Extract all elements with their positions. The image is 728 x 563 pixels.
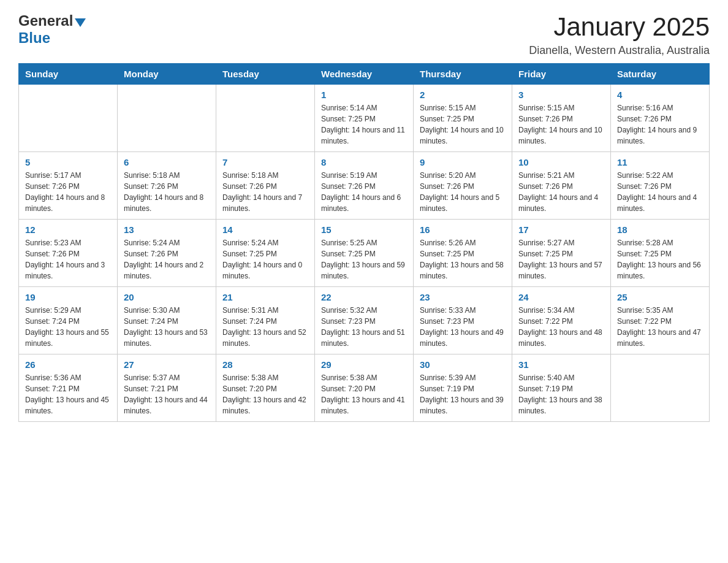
day-number: 4	[617, 90, 703, 100]
day-number: 10	[518, 157, 604, 167]
day-info: Sunrise: 5:33 AMSunset: 7:23 PMDaylight:…	[420, 305, 506, 349]
day-info: Sunrise: 5:22 AMSunset: 7:26 PMDaylight:…	[617, 170, 703, 214]
day-number: 31	[518, 359, 604, 370]
day-number: 19	[25, 292, 111, 302]
calendar-cell: 8Sunrise: 5:19 AMSunset: 7:26 PMDaylight…	[315, 152, 414, 220]
day-info: Sunrise: 5:31 AMSunset: 7:24 PMDaylight:…	[222, 305, 308, 349]
day-info: Sunrise: 5:18 AMSunset: 7:26 PMDaylight:…	[222, 170, 308, 214]
day-number: 5	[25, 157, 111, 167]
day-number: 20	[124, 292, 210, 302]
day-info: Sunrise: 5:26 AMSunset: 7:25 PMDaylight:…	[420, 237, 506, 282]
location-subtitle: Dianella, Western Australia, Australia	[529, 44, 710, 57]
calendar-cell: 10Sunrise: 5:21 AMSunset: 7:26 PMDayligh…	[512, 152, 611, 220]
day-info: Sunrise: 5:30 AMSunset: 7:24 PMDaylight:…	[124, 305, 210, 349]
calendar-week-row: 12Sunrise: 5:23 AMSunset: 7:26 PMDayligh…	[19, 220, 710, 287]
day-number: 3	[518, 90, 604, 100]
day-number: 22	[321, 292, 407, 302]
calendar-cell: 9Sunrise: 5:20 AMSunset: 7:26 PMDaylight…	[414, 152, 512, 220]
day-number: 27	[124, 359, 210, 370]
calendar-cell: 17Sunrise: 5:27 AMSunset: 7:25 PMDayligh…	[512, 220, 611, 287]
calendar-cell	[216, 85, 315, 152]
day-info: Sunrise: 5:29 AMSunset: 7:24 PMDaylight:…	[25, 305, 111, 349]
day-info: Sunrise: 5:16 AMSunset: 7:26 PMDaylight:…	[617, 102, 703, 147]
day-info: Sunrise: 5:20 AMSunset: 7:26 PMDaylight:…	[420, 170, 506, 214]
calendar-cell: 12Sunrise: 5:23 AMSunset: 7:26 PMDayligh…	[19, 220, 118, 287]
calendar-cell: 26Sunrise: 5:36 AMSunset: 7:21 PMDayligh…	[19, 354, 118, 422]
day-info: Sunrise: 5:25 AMSunset: 7:25 PMDaylight:…	[321, 237, 407, 282]
day-number: 14	[222, 224, 308, 235]
calendar-cell: 11Sunrise: 5:22 AMSunset: 7:26 PMDayligh…	[611, 152, 710, 220]
calendar-cell: 20Sunrise: 5:30 AMSunset: 7:24 PMDayligh…	[118, 287, 216, 354]
day-info: Sunrise: 5:24 AMSunset: 7:26 PMDaylight:…	[124, 237, 210, 282]
calendar-header-row: SundayMondayTuesdayWednesdayThursdayFrid…	[19, 64, 710, 85]
day-number: 24	[518, 292, 604, 302]
calendar-cell: 14Sunrise: 5:24 AMSunset: 7:25 PMDayligh…	[216, 220, 315, 287]
day-info: Sunrise: 5:17 AMSunset: 7:26 PMDaylight:…	[25, 170, 111, 214]
calendar-cell: 30Sunrise: 5:39 AMSunset: 7:19 PMDayligh…	[414, 354, 512, 422]
calendar-week-row: 26Sunrise: 5:36 AMSunset: 7:21 PMDayligh…	[19, 354, 710, 422]
day-number: 18	[617, 224, 703, 235]
day-info: Sunrise: 5:34 AMSunset: 7:22 PMDaylight:…	[518, 305, 604, 349]
logo-general-text: General	[18, 12, 73, 29]
calendar-cell	[611, 354, 710, 422]
calendar-cell: 1Sunrise: 5:14 AMSunset: 7:25 PMDaylight…	[315, 85, 414, 152]
calendar-cell: 2Sunrise: 5:15 AMSunset: 7:25 PMDaylight…	[414, 85, 512, 152]
calendar-cell: 13Sunrise: 5:24 AMSunset: 7:26 PMDayligh…	[118, 220, 216, 287]
day-info: Sunrise: 5:32 AMSunset: 7:23 PMDaylight:…	[321, 305, 407, 349]
calendar-cell: 23Sunrise: 5:33 AMSunset: 7:23 PMDayligh…	[414, 287, 512, 354]
calendar-cell: 4Sunrise: 5:16 AMSunset: 7:26 PMDaylight…	[611, 85, 710, 152]
day-number: 25	[617, 292, 703, 302]
calendar-cell: 7Sunrise: 5:18 AMSunset: 7:26 PMDaylight…	[216, 152, 315, 220]
day-number: 15	[321, 224, 407, 235]
day-info: Sunrise: 5:24 AMSunset: 7:25 PMDaylight:…	[222, 237, 308, 282]
column-header-saturday: Saturday	[611, 64, 710, 85]
column-header-friday: Friday	[512, 64, 611, 85]
day-info: Sunrise: 5:19 AMSunset: 7:26 PMDaylight:…	[321, 170, 407, 214]
calendar-cell	[19, 85, 118, 152]
calendar-cell: 31Sunrise: 5:40 AMSunset: 7:19 PMDayligh…	[512, 354, 611, 422]
logo: General Blue	[18, 12, 86, 47]
logo-triangle-icon	[75, 18, 86, 27]
day-info: Sunrise: 5:38 AMSunset: 7:20 PMDaylight:…	[321, 372, 407, 416]
day-info: Sunrise: 5:35 AMSunset: 7:22 PMDaylight:…	[617, 305, 703, 349]
column-header-wednesday: Wednesday	[315, 64, 414, 85]
day-number: 16	[420, 224, 506, 235]
day-number: 1	[321, 90, 407, 100]
day-number: 17	[518, 224, 604, 235]
calendar-cell: 27Sunrise: 5:37 AMSunset: 7:21 PMDayligh…	[118, 354, 216, 422]
calendar-cell: 22Sunrise: 5:32 AMSunset: 7:23 PMDayligh…	[315, 287, 414, 354]
day-info: Sunrise: 5:40 AMSunset: 7:19 PMDaylight:…	[518, 372, 604, 416]
day-number: 12	[25, 224, 111, 235]
day-info: Sunrise: 5:36 AMSunset: 7:21 PMDaylight:…	[25, 372, 111, 416]
calendar-cell: 21Sunrise: 5:31 AMSunset: 7:24 PMDayligh…	[216, 287, 315, 354]
calendar-cell	[118, 85, 216, 152]
day-info: Sunrise: 5:28 AMSunset: 7:25 PMDaylight:…	[617, 237, 703, 282]
calendar-cell: 28Sunrise: 5:38 AMSunset: 7:20 PMDayligh…	[216, 354, 315, 422]
day-number: 29	[321, 359, 407, 370]
day-info: Sunrise: 5:15 AMSunset: 7:26 PMDaylight:…	[518, 102, 604, 147]
calendar-cell: 5Sunrise: 5:17 AMSunset: 7:26 PMDaylight…	[19, 152, 118, 220]
column-header-monday: Monday	[118, 64, 216, 85]
day-info: Sunrise: 5:21 AMSunset: 7:26 PMDaylight:…	[518, 170, 604, 214]
calendar-table: SundayMondayTuesdayWednesdayThursdayFrid…	[18, 63, 710, 422]
day-info: Sunrise: 5:37 AMSunset: 7:21 PMDaylight:…	[124, 372, 210, 416]
column-header-sunday: Sunday	[19, 64, 118, 85]
day-number: 8	[321, 157, 407, 167]
day-info: Sunrise: 5:15 AMSunset: 7:25 PMDaylight:…	[420, 102, 506, 147]
day-info: Sunrise: 5:23 AMSunset: 7:26 PMDaylight:…	[25, 237, 111, 282]
calendar-cell: 19Sunrise: 5:29 AMSunset: 7:24 PMDayligh…	[19, 287, 118, 354]
column-header-thursday: Thursday	[414, 64, 512, 85]
day-number: 13	[124, 224, 210, 235]
month-year-title: January 2025	[529, 12, 710, 42]
calendar-week-row: 19Sunrise: 5:29 AMSunset: 7:24 PMDayligh…	[19, 287, 710, 354]
calendar-cell: 25Sunrise: 5:35 AMSunset: 7:22 PMDayligh…	[611, 287, 710, 354]
calendar-cell: 15Sunrise: 5:25 AMSunset: 7:25 PMDayligh…	[315, 220, 414, 287]
title-block: January 2025 Dianella, Western Australia…	[529, 12, 710, 57]
day-number: 9	[420, 157, 506, 167]
logo-blue-text: Blue	[18, 29, 50, 47]
page-header: General Blue January 2025 Dianella, West…	[18, 12, 710, 57]
calendar-cell: 18Sunrise: 5:28 AMSunset: 7:25 PMDayligh…	[611, 220, 710, 287]
calendar-week-row: 1Sunrise: 5:14 AMSunset: 7:25 PMDaylight…	[19, 85, 710, 152]
column-header-tuesday: Tuesday	[216, 64, 315, 85]
day-number: 6	[124, 157, 210, 167]
